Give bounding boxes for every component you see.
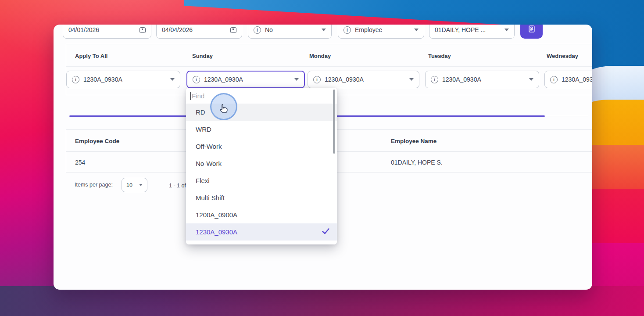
desktop-background: 04/01/2026 04/04/2026 i No i Employee 01… (0, 0, 644, 316)
chevron-down-icon (504, 29, 509, 31)
chevron-down-icon (294, 78, 299, 81)
shift-select-apply-to-all[interactable]: i 1230A_0930A (66, 71, 180, 88)
items-per-page-select[interactable]: 10 (122, 178, 147, 192)
header-employee-name: Employee Name (391, 138, 436, 144)
employee-name-cell: 01DAILY, HOPE S. (391, 159, 443, 166)
option-1230a-0930a[interactable]: 1230A_0930A (186, 223, 337, 241)
chevron-down-icon (170, 78, 175, 81)
employee-select[interactable]: 01DAILY, HOPE ... (429, 25, 515, 39)
week-header-apply-to-all: Apply To All (75, 53, 107, 59)
option-no-work[interactable]: No-Work (186, 155, 337, 172)
week-header-monday: Monday (309, 53, 331, 59)
option-label: 1200A_0900A (196, 211, 237, 219)
shift-select-value: 1230A_0930A (83, 76, 122, 83)
items-per-page-label: Items per page: (75, 182, 113, 188)
option-rd[interactable]: RD (186, 104, 337, 121)
shift-select-value: 1230A_0930A (442, 76, 481, 83)
shift-select-value: 1230A_0930A (204, 76, 243, 83)
check-icon (322, 228, 330, 236)
week-header-tuesday: Tuesday (428, 53, 451, 59)
shift-options-dropdown: RD WRD Off-Work No-Work Flexi Multi Shif… (186, 88, 337, 244)
recurring-select[interactable]: i No (248, 25, 332, 39)
chevron-down-icon (414, 29, 419, 31)
option-label: Off-Work (196, 143, 222, 150)
info-icon: i (72, 76, 79, 83)
calendar-icon[interactable] (230, 27, 236, 33)
header-employee-code: Employee Code (75, 138, 119, 144)
info-icon: i (343, 26, 351, 34)
chevron-down-icon (322, 29, 326, 31)
week-header-sunday: Sunday (192, 53, 213, 59)
find-row[interactable] (186, 88, 337, 104)
recurring-value: No (265, 26, 273, 33)
chevron-down-icon (409, 78, 414, 81)
dropdown-scrollbar[interactable] (333, 90, 335, 154)
info-icon: i (254, 26, 261, 34)
option-multi-shift[interactable]: Multi Shift (186, 189, 337, 206)
shift-select-value: 1230A_0930A (562, 76, 592, 83)
chevron-down-icon (529, 78, 533, 81)
text-caret (190, 92, 191, 100)
info-icon: i (431, 76, 438, 83)
option-1200a-0900a[interactable]: 1200A_0900A (186, 206, 337, 223)
option-off-work[interactable]: Off-Work (186, 138, 337, 155)
option-label: No-Work (196, 160, 222, 167)
employee-code-cell: 254 (75, 159, 85, 166)
start-date-field[interactable]: 04/01/2026 (63, 25, 151, 39)
hand-cursor-icon (218, 103, 230, 117)
search-by-select[interactable]: i Employee (338, 25, 424, 39)
option-label: 1230A_0930A (196, 228, 237, 236)
option-label: WRD (196, 126, 211, 133)
items-per-page-value: 10 (126, 182, 132, 188)
search-by-value: Employee (355, 26, 382, 33)
week-header-wednesday: Wednesday (547, 53, 578, 59)
app-window: 04/01/2026 04/04/2026 i No i Employee 01… (54, 25, 592, 290)
shift-select-tuesday[interactable]: i 1230A_0930A (425, 71, 539, 88)
info-icon: i (193, 76, 200, 83)
option-label: RD (196, 108, 205, 116)
option-flexi[interactable]: Flexi (186, 172, 337, 189)
generate-schedule-button[interactable] (520, 25, 543, 39)
employee-value: 01DAILY, HOPE ... (435, 26, 486, 33)
option-wrd[interactable]: WRD (186, 121, 337, 138)
shift-select-sunday[interactable]: i 1230A_0930A (186, 71, 305, 88)
wallpaper-bottom-band (0, 286, 644, 316)
shift-select-value: 1230A_0930A (325, 76, 364, 83)
info-icon: i (313, 76, 321, 83)
option-label: Flexi (196, 177, 210, 184)
end-date-field[interactable]: 04/04/2026 (156, 25, 242, 39)
week-header-row: Apply To All Sunday Monday Tuesday Wedne… (66, 44, 592, 67)
option-label: Multi Shift (196, 194, 225, 201)
calendar-icon[interactable] (140, 27, 146, 33)
chevron-down-icon (139, 184, 143, 186)
start-date-value: 04/01/2026 (68, 26, 99, 33)
info-icon: i (550, 76, 558, 83)
clipboard-icon (527, 25, 536, 35)
find-input[interactable] (192, 92, 297, 100)
end-date-value: 04/04/2026 (162, 26, 193, 33)
section-divider (546, 116, 588, 116)
shift-select-wednesday[interactable]: i 1230A_0930A (544, 71, 592, 88)
shift-select-monday[interactable]: i 1230A_0930A (308, 71, 419, 88)
